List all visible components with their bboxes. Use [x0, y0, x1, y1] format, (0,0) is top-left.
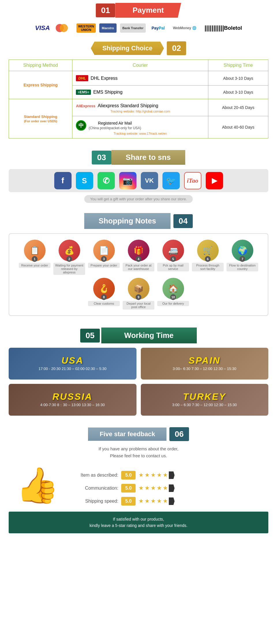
feedback-header: Five star feedback 06 — [9, 427, 268, 441]
payment-header: 01 Payment — [96, 3, 181, 18]
note-step-6: 🛒 6 Process through sort facility — [192, 240, 224, 275]
share-note: You will get a gift with your order afte… — [84, 195, 193, 203]
working-title: Working Time — [101, 327, 197, 343]
rating-score-1: 5.0 — [121, 471, 136, 480]
vk-icon[interactable]: VK — [141, 172, 158, 189]
note-circle-10: 🏠 10 — [162, 278, 184, 299]
note-label-4: Pack your order at our warehouse — [123, 263, 154, 271]
note-num-6: 6 — [205, 256, 211, 262]
rating-score-2: 5.0 — [121, 484, 136, 493]
note-num-2: 2 — [66, 256, 72, 262]
turkey-times: 3:00 – 6:30 7:30 – 12:00 12:30 – 15:30 — [172, 402, 237, 408]
note-circle-4: 🎁 4 — [128, 240, 149, 261]
facebook-icon[interactable]: f — [54, 172, 72, 189]
note-label-5: Pck up by mail service — [157, 263, 189, 271]
spain-card: SPAIN 3:00– 6:30 7:30 – 12:00 12:30 – 15… — [141, 348, 269, 380]
turkey-card: TURKEY 3:00 – 6:30 7:30 – 12:00 12:30 – … — [141, 384, 269, 416]
note-num-5: 5 — [170, 256, 176, 262]
table-row: Standard Shipping(For order over USD5) A… — [9, 99, 268, 116]
dhl-courier-cell: DHL DHL Express — [72, 71, 208, 86]
skype-icon[interactable]: S — [76, 172, 93, 189]
note-step-5: 🚐 5 Pck up by mail service — [157, 240, 189, 275]
note-step-2: 💰 2 Waiting for payment released by alix… — [53, 240, 85, 275]
ali-logo: AliExpress — [76, 104, 95, 108]
stars-1: ★ ★ ★ ★ ★ — [138, 471, 175, 479]
dhl-logo: DHL — [76, 75, 88, 81]
ratings-container: Item as described: 5.0 ★ ★ ★ ★ ★ Communi… — [72, 465, 268, 506]
dhl-time: About 3-10 Days — [208, 71, 268, 86]
shipping-header: Shipping Choice 02 — [9, 41, 268, 55]
footer-line2: kindly leave a 5-star rating and share w… — [89, 523, 187, 528]
note-num-9: 9 — [136, 294, 141, 300]
ali-tracking: Tracking website: http://global.cainiao.… — [76, 110, 205, 113]
note-step-10: 🏠 10 Our for delivery — [157, 278, 189, 310]
usa-card: USA 17:00 - 20:30 21:30 – 02:00 02:30 – … — [9, 348, 136, 380]
ali-time: About 20-45 Days — [208, 99, 268, 116]
payment-title: Payment — [115, 3, 181, 18]
shipping-num: 02 — [167, 41, 186, 55]
twitter-icon[interactable]: 🐦 — [162, 172, 180, 189]
shipping-section: Shipping Choice 02 Shipping Method Couri… — [0, 38, 277, 144]
note-circle-9: 📦 9 — [128, 278, 149, 299]
share-section: 03 Share to sns f S ✆ 📷 VK 🐦 iTao ▶ You … — [0, 144, 277, 207]
star-2-2: ★ — [145, 484, 150, 492]
webmoney-icon: WebMoney 🌐 — [171, 23, 199, 33]
note-label-3: Prepare your order — [88, 263, 120, 268]
feedback-footer: If satisfied with our products, kindly l… — [9, 512, 268, 533]
note-circle-6: 🛒 6 — [197, 240, 219, 261]
star-3-5: ★ — [163, 497, 168, 505]
shipping-table: Shipping Method Courier Shipping Time Ex… — [9, 60, 268, 138]
feedback-section: Five star feedback 06 If you have any pr… — [0, 421, 277, 539]
note-num-8: 8 — [101, 294, 107, 300]
feedback-subtext: If you have any problems about the order… — [9, 445, 268, 459]
star-1-5: ★ — [163, 471, 168, 479]
ems-logo: ≡EMS≡ — [76, 90, 91, 95]
usa-times: 17:00 - 20:30 21:30 – 02:00 02:30 – 5:30 — [38, 366, 106, 372]
usa-name: USA — [61, 355, 84, 366]
notes-title: Shopping Notes — [84, 213, 171, 229]
russia-times: 4:00-7:30 8：30 – 13:00 13:30 – 16:30 — [40, 402, 105, 408]
itao-icon[interactable]: iTao — [184, 172, 201, 189]
spain-times: 3:00– 6:30 7:30 – 12:00 12:30 – 15:30 — [173, 366, 236, 372]
note-step-3: 📄 3 Prepare your order — [88, 240, 120, 275]
rating-row-2: Communication: 5.0 ★ ★ ★ ★ ★ — [72, 484, 268, 493]
rating-label-3: Shipping speed: — [72, 499, 118, 504]
turkey-name: TURKEY — [183, 391, 226, 402]
ems-time: About 3-10 Days — [208, 86, 268, 99]
notes-container: 📋 1 Receive your order 💰 2 Waiting for p… — [9, 233, 268, 316]
note-num-4: 4 — [136, 256, 141, 262]
star-1-1: ★ — [138, 471, 144, 479]
note-label-8: Clear customs — [88, 301, 120, 306]
stars-3: ★ ★ ★ ★ ★ — [138, 497, 175, 505]
maestro-icon: Maestro — [99, 23, 117, 33]
notes-header: Shopping Notes 04 — [9, 213, 268, 229]
note-label-6: Process through sort facility — [192, 263, 224, 271]
note-num-1: 1 — [32, 256, 38, 262]
payment-num: 01 — [96, 3, 115, 17]
star-arrow-2 — [169, 484, 175, 492]
visa-icon: VISA — [33, 23, 52, 33]
whatsapp-icon[interactable]: ✆ — [98, 172, 115, 189]
boletol-icon: |||||||||||Boletol — [202, 23, 244, 33]
note-circle-8: 🪝 8 — [93, 278, 115, 299]
star-1-4: ★ — [157, 471, 162, 479]
share-num: 03 — [92, 151, 111, 164]
post-time: About 40-60 Days — [208, 116, 268, 138]
note-circle-1: 📋 1 — [24, 240, 46, 261]
feedback-title: Five star feedback — [88, 428, 166, 441]
payment-section: 01 Payment VISA WESTERNUNION Maestro Ban… — [0, 0, 277, 38]
western-union-icon: WESTERNUNION — [76, 23, 96, 33]
ems-name: EMS Shipping — [93, 90, 122, 95]
note-step-9: 📦 9 Depart your local post office — [123, 278, 154, 310]
notes-section: Shopping Notes 04 📋 1 Receive your order… — [0, 207, 277, 322]
thumbs-up-icon: 👍 — [9, 465, 66, 506]
post-courier-cell: 中 Registered Air Mail(China post/epacket… — [72, 116, 208, 138]
star-3-4: ★ — [157, 497, 162, 505]
youtube-icon[interactable]: ▶ — [206, 172, 223, 189]
footer-line1: If satisfied with our products, — [113, 517, 164, 521]
note-label-2: Waiting for payment released by alixpres… — [53, 263, 85, 275]
dhl-name: DHL Express — [91, 76, 118, 81]
instagram-icon[interactable]: 📷 — [119, 172, 136, 189]
note-num-7: 7 — [239, 256, 245, 262]
rating-score-3: 5.0 — [121, 497, 136, 506]
